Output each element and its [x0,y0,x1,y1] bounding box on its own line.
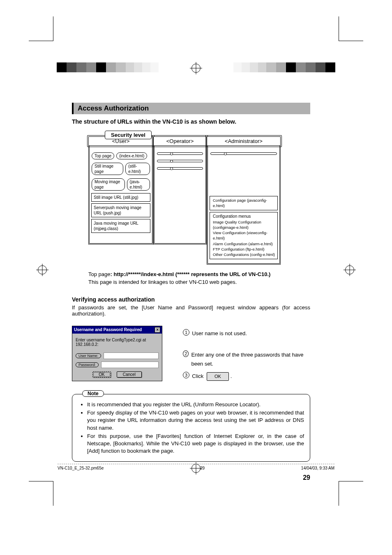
note-item: It is recommended that you register the … [87,401,304,408]
registration-mark-icon [38,265,47,274]
caption-top-page-url: : http://******/index-e.html (****** rep… [111,271,271,277]
user-moving-page: Moving image page [92,178,125,191]
crop-mark [339,16,363,41]
user-still-url: Still image URL (still.jpg) [91,193,150,202]
user-still-page: Still image page [92,163,123,175]
dialog-title: Username and Password Required [74,327,142,332]
admin-range-bar [210,152,277,155]
username-input[interactable] [104,352,159,359]
admin-menus-head: Configuration menus [212,214,275,219]
username-label: User Name: [76,353,101,358]
caption-top-page: Top page [88,271,111,277]
annotation-3c: . [231,373,232,379]
admin-config-page: Configuration page (javaconfig-e.html) [212,198,275,209]
footer-file: VN-C10_E_25-32.pm65e [58,466,104,470]
annotation-number-icon: 3 [183,372,189,378]
crop-mark [29,16,53,41]
operator-range-bar [157,167,203,170]
print-footer: VN-C10_E_25-32.pm65e 29 14/04/03, 9:33 A… [58,464,334,470]
security-level-label: Security level [105,131,152,139]
admin-menu-item: Alarm Configuration (alarm-e.html) [212,241,275,246]
close-icon[interactable]: × [154,327,160,333]
url-structure-diagram: Security level <User> Top page (index-e.… [88,131,290,265]
annotation-3a: Click [192,373,203,379]
admin-menu-item: Other Configurations (config-e.html) [212,252,275,257]
operator-range-bar [157,160,203,162]
verify-paragraph: If passwords are set, the [User Name and… [72,304,310,317]
section-banner: Access Authorization [72,103,310,114]
note-item: For this purpose, use the [Favorites] fu… [87,433,304,455]
section-subtitle: The structure of URLs within the VN-C10 … [72,118,310,125]
ok-button-inline: OK [207,372,229,381]
note-tag: Note [82,390,104,397]
admin-menu-item: FTP Configuration (ftp-e.html) [212,246,275,252]
crop-mark [339,481,363,506]
diagram-caption: Top page: http://******/index-e.html (**… [88,270,310,286]
user-still-page-file: (still-e.html) [125,163,150,175]
crop-mark [29,481,53,506]
user-top-page: Top page [92,152,114,159]
user-java-url: Java moving image URL (mjpeg.class) [91,219,150,233]
caption-line2: This page is intended for linkages to ot… [88,279,237,285]
password-input[interactable] [101,362,159,368]
note-item: For speedy display of the VN-C10 web pag… [87,409,304,432]
auth-dialog: Username and Password Required × Enter u… [72,326,162,381]
annotation-number-icon: 1 [183,329,189,336]
footer-page: 29 [200,466,205,470]
page-number: 29 [72,474,310,481]
cancel-button[interactable]: Cancel [117,371,142,378]
admin-menu-item: View Configuration (viewconfig-e.html) [212,230,275,241]
dialog-annotations: 1 User name is not used. 2 Enter any one… [183,326,310,384]
annotation-number-icon: 2 [183,350,189,357]
registration-mark-icon [191,64,201,73]
password-label: Password: [76,362,99,367]
user-top-page-file: (index-e.html) [116,152,147,159]
user-serverpush: Serverpush moving image URL (push.jpg) [91,203,150,217]
annotation-1: User name is not used. [192,329,247,338]
admin-menu-item: Image Quality Configuration (configimage… [212,219,275,230]
operator-range-bar [157,152,203,155]
color-bar [233,62,335,72]
color-bar [57,62,159,72]
footer-date: 14/04/03, 9:33 AM [301,466,334,470]
verify-heading: Verifying access authorization [72,296,310,303]
note-box: Note It is recommended that you register… [72,394,310,462]
annotation-2: Enter any one of the three passwords tha… [191,350,310,368]
ok-button[interactable]: OK [92,371,111,378]
dialog-prompt: Enter username for ConfigType2.cgi at 19… [76,338,159,347]
registration-mark-icon [345,265,354,274]
user-moving-page-file: (java-e.html) [127,178,150,191]
